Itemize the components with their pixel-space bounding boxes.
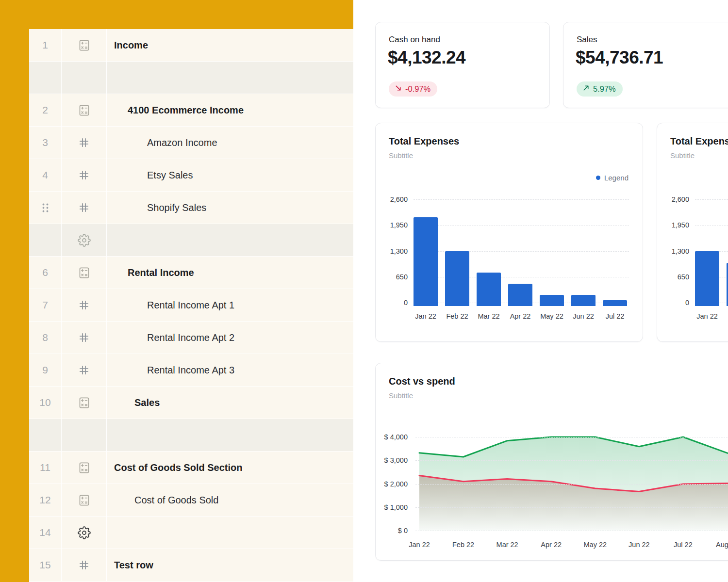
gridline	[415, 531, 728, 531]
y-tick-label: 650	[657, 273, 689, 281]
row-label[interactable]	[107, 62, 353, 94]
row-label[interactable]: Rental Income	[107, 257, 353, 289]
table-row[interactable]: 10 Sales	[29, 387, 353, 419]
total-expenses-chart-card: Total Expenses Subtitle Legend 2,6001,95…	[375, 123, 643, 342]
bar-feb-22	[445, 251, 469, 307]
row-number-cell: 2	[29, 94, 62, 126]
row-type-icon-cell	[62, 224, 107, 256]
x-tick-label: Feb 22	[440, 311, 474, 321]
table-row[interactable]: 11 Cost of Goods Sold Section	[29, 452, 353, 484]
trend-down-icon	[395, 84, 402, 92]
row-type-icon-cell	[62, 127, 107, 159]
row-label[interactable]: Rental Income Apt 3	[107, 354, 353, 386]
hash-icon	[78, 136, 90, 149]
bar-jan-22	[414, 217, 438, 306]
bar-mar-22	[477, 273, 501, 306]
row-label[interactable]: Cost of Goods Sold Section	[107, 452, 353, 484]
table-row[interactable]: Shopify Sales	[29, 192, 353, 224]
table-row[interactable]	[29, 62, 353, 94]
gridline	[415, 484, 728, 485]
row-number-cell: 4	[29, 159, 62, 191]
table-row[interactable]	[29, 419, 353, 452]
x-tick-label: Jan 22	[690, 311, 724, 321]
drag-handle-icon[interactable]	[41, 202, 50, 213]
table-row[interactable]: 8 Rental Income Apt 2	[29, 322, 353, 354]
row-label[interactable]: Income	[107, 29, 353, 61]
kpi-delta-badge: -0.97%	[389, 81, 437, 97]
trend-up-icon	[582, 84, 590, 92]
y-tick-label: 1,300	[657, 247, 689, 256]
table-row[interactable]: 14	[29, 517, 353, 549]
row-label[interactable]: Rental Income Apt 2	[107, 322, 353, 354]
bar-jun-22	[571, 295, 596, 306]
table-row[interactable]: 6 Rental Income	[29, 257, 353, 289]
row-label[interactable]: Sales	[107, 387, 353, 419]
row-type-icon-cell	[62, 452, 107, 484]
row-label[interactable]: Test row	[107, 549, 353, 581]
y-tick-label: 2,600	[657, 195, 689, 204]
row-number-cell: 8	[29, 322, 62, 354]
calculator-icon	[78, 494, 91, 507]
row-label[interactable]: Amazon Income	[107, 127, 353, 159]
kpi-card-sales: Sales $54,736.71 5.97%	[563, 22, 728, 108]
row-label[interactable]	[107, 419, 353, 451]
row-type-icon-cell	[62, 94, 107, 126]
table-row[interactable]: 9 Rental Income Apt 3	[29, 354, 353, 387]
row-label[interactable]	[107, 517, 353, 549]
cost-vs-spend-chart-card: Cost vs spend Subtitle $ 4,000$ 3,000$ 2…	[375, 363, 728, 561]
row-label[interactable]: Etsy Sales	[107, 159, 353, 191]
row-type-icon-cell	[62, 419, 107, 451]
x-tick-label: May 22	[535, 311, 569, 321]
x-tick-label: Jan 22	[402, 540, 436, 550]
y-tick-label: $ 4,000	[376, 433, 408, 441]
row-type-icon-cell	[62, 484, 107, 516]
hash-icon	[78, 331, 90, 344]
y-tick-label: 1,300	[376, 247, 408, 256]
bar-apr-22	[508, 284, 532, 306]
hash-icon	[78, 364, 90, 376]
x-tick-label: May 22	[578, 540, 612, 550]
row-type-icon-cell	[62, 257, 107, 289]
x-tick-label: Apr 22	[503, 311, 537, 321]
row-label[interactable]: Shopify Sales	[107, 192, 353, 224]
row-label[interactable]: Rental Income Apt 1	[107, 289, 353, 321]
gridline	[414, 199, 629, 200]
row-type-icon-cell	[62, 517, 107, 549]
gridline	[415, 437, 728, 437]
y-tick-label: 2,600	[376, 195, 408, 204]
row-number-cell: 7	[29, 289, 62, 321]
table-row[interactable]: 3 Amazon Income	[29, 127, 353, 159]
sheet-table: 1 Income 2 4100 Ecommerce Income 3 Amazo…	[29, 29, 353, 582]
table-row[interactable]	[29, 224, 353, 257]
row-type-icon-cell	[62, 29, 107, 61]
table-row[interactable]: 2 4100 Ecommerce Income	[29, 94, 353, 127]
row-label[interactable]: Cost of Goods Sold	[107, 484, 353, 516]
row-number-cell: 3	[29, 127, 62, 159]
row-label[interactable]: 4100 Ecommerce Income	[107, 94, 353, 126]
row-number-cell	[29, 224, 62, 256]
y-tick-label: 0	[376, 298, 408, 307]
table-row[interactable]: 7 Rental Income Apt 1	[29, 289, 353, 322]
row-type-icon-cell	[62, 354, 107, 386]
trend-arrow-icon	[582, 84, 590, 94]
calculator-icon	[78, 104, 91, 117]
x-tick-label: Jul 22	[666, 540, 700, 550]
gridline	[414, 225, 629, 226]
gear-icon[interactable]	[78, 526, 91, 539]
chart-title: Total Expenses	[389, 136, 459, 147]
table-row[interactable]: 15 Test row	[29, 549, 353, 582]
row-label[interactable]	[107, 224, 353, 256]
table-row[interactable]: 1 Income	[29, 29, 353, 62]
table-row[interactable]: 4 Etsy Sales	[29, 159, 353, 192]
gridline	[695, 225, 728, 226]
x-tick-label: Feb 22	[722, 311, 728, 321]
chart-legend[interactable]: Legend	[596, 174, 629, 182]
x-tick-label: Feb 22	[447, 540, 480, 550]
table-row[interactable]: 12 Cost of Goods Sold	[29, 484, 353, 517]
x-tick-label: Jul 22	[598, 311, 632, 321]
row-type-icon-cell	[62, 289, 107, 321]
gridline	[695, 199, 728, 200]
calculator-icon	[78, 396, 91, 409]
gear-icon[interactable]	[78, 234, 91, 247]
gridline	[415, 507, 728, 508]
